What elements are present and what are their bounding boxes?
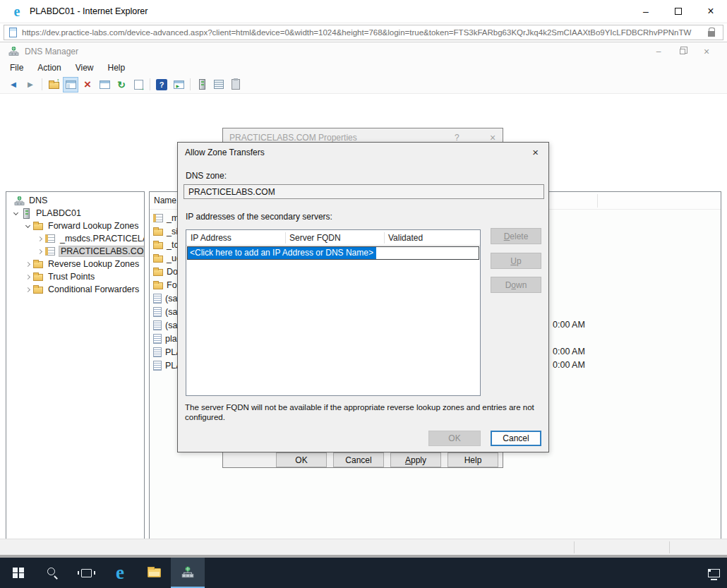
properties-apply-button[interactable]: Apply <box>390 452 441 467</box>
menu-action[interactable]: Action <box>30 60 68 76</box>
maximize-button[interactable] <box>662 0 695 23</box>
refresh-icon: ↻ <box>117 79 126 90</box>
window-title: PLABDC01 - Internet Explorer <box>30 6 148 16</box>
record-list-button[interactable] <box>211 77 227 92</box>
record-icon <box>153 347 162 357</box>
dns-minimize-button[interactable]: – <box>647 42 671 60</box>
dns-close-button[interactable]: × <box>695 42 719 60</box>
internet-explorer-icon <box>10 4 24 18</box>
tree-item-trust-points[interactable]: Trust Points <box>6 270 144 283</box>
minimize-button[interactable]: – <box>630 0 662 23</box>
taskbar-file-explorer[interactable] <box>137 558 171 588</box>
console-window-button[interactable] <box>171 77 186 92</box>
dns-manager-icon <box>181 566 194 578</box>
chevron-collapsed-icon[interactable] <box>35 250 44 253</box>
properties-ok-button[interactable]: OK <box>276 452 327 467</box>
server-icon <box>20 208 32 219</box>
show-console-tree-button[interactable] <box>63 77 78 92</box>
column-header-name[interactable]: Name <box>154 196 176 205</box>
delete-server-button[interactable]: Delete <box>491 228 541 244</box>
folder-icon <box>153 269 163 276</box>
chevron-expanded-icon[interactable] <box>23 225 32 227</box>
secondary-servers-label: IP addresses of the secondary servers: <box>186 212 332 222</box>
dialog-close-icon[interactable]: × <box>532 146 539 158</box>
console-window-icon <box>174 80 184 89</box>
properties-button[interactable] <box>97 77 112 92</box>
list-header: IP Address Server FQDN Validated <box>186 230 480 246</box>
help-button[interactable]: ? <box>154 77 169 92</box>
close-button[interactable]: × <box>695 0 727 23</box>
column-header-ip-address[interactable]: IP Address <box>191 233 232 243</box>
file-explorer-icon <box>148 568 161 577</box>
fqdn-note: The server FQDN will not be available if… <box>185 402 545 422</box>
tree-item-dns-root[interactable]: DNS <box>6 194 144 207</box>
add-ip-placeholder[interactable]: <Click here to add an IP Address or DNS … <box>188 247 376 259</box>
move-down-button[interactable]: Down <box>491 277 541 293</box>
chevron-collapsed-icon[interactable] <box>23 263 32 266</box>
add-ip-row[interactable]: <Click here to add an IP Address or DNS … <box>187 246 479 260</box>
chevron-collapsed-icon[interactable] <box>35 237 44 241</box>
menu-file[interactable]: File <box>3 60 30 76</box>
restore-icon <box>680 49 685 54</box>
taskbar-internet-explorer[interactable]: e <box>103 558 137 588</box>
search-button[interactable] <box>35 558 69 588</box>
move-up-button[interactable]: Up <box>491 253 541 269</box>
dns-manager-titlebar: DNS Manager – × <box>0 42 727 60</box>
tree-item-conditional-forwarders[interactable]: Conditional Forwarders <box>6 283 144 296</box>
secondary-servers-list[interactable]: IP Address Server FQDN Validated <Click … <box>186 229 481 396</box>
ok-button[interactable]: OK <box>428 431 481 446</box>
delete-x-icon: × <box>84 78 91 90</box>
server-tool-button[interactable] <box>194 77 210 92</box>
column-header-validated[interactable]: Validated <box>388 233 423 243</box>
tree-item-plabdc01[interactable]: PLABDC01 <box>6 207 144 220</box>
up-level-button[interactable] <box>46 77 61 92</box>
properties-help-button[interactable]: Help <box>447 452 498 467</box>
dns-network-icon <box>13 196 25 206</box>
chevron-collapsed-icon[interactable] <box>23 275 32 279</box>
tree-item-label: Reverse Lookup Zones <box>47 259 140 269</box>
tree-item-reverse-lookup-zones[interactable]: Reverse Lookup Zones <box>6 258 144 270</box>
chevron-expanded-icon[interactable] <box>11 212 20 215</box>
dialog-help-icon[interactable]: ? <box>455 133 459 143</box>
record-icon <box>153 307 162 317</box>
tree-item-practicelabs-zone[interactable]: PRACTICELABS.COM <box>6 245 144 258</box>
folder-icon <box>153 229 163 236</box>
menu-help[interactable]: Help <box>101 60 133 76</box>
zone-icon <box>44 234 56 243</box>
task-view-button[interactable] <box>69 558 103 588</box>
console-tree-icon <box>66 80 76 89</box>
chevron-collapsed-icon[interactable] <box>23 288 32 292</box>
tree-item-forward-lookup-zones[interactable]: Forward Lookup Zones <box>6 220 144 232</box>
help-icon: ? <box>156 79 167 90</box>
refresh-button[interactable]: ↻ <box>114 77 129 92</box>
folder-icon <box>32 222 44 230</box>
server-icon <box>199 79 205 90</box>
tree-item-label: Forward Lookup Zones <box>47 221 140 231</box>
record-icon <box>153 320 162 330</box>
export-list-button[interactable] <box>131 77 146 92</box>
allow-zone-transfers-dialog: Allow Zone Transfers × DNS zone: PRACTIC… <box>177 142 549 452</box>
dns-zone-field[interactable]: PRACTICELABS.COM <box>184 184 544 199</box>
lock-icon <box>708 31 715 37</box>
dns-restore-button[interactable] <box>671 42 695 60</box>
delete-button[interactable]: × <box>80 77 95 92</box>
toolbar: ◄ ► × ↻ ? <box>0 76 727 94</box>
folder-icon <box>153 256 163 263</box>
back-button[interactable]: ◄ <box>6 77 21 92</box>
properties-cancel-button[interactable]: Cancel <box>333 452 384 467</box>
folder-up-icon <box>49 82 59 89</box>
taskbar-dns-manager-active[interactable] <box>171 558 205 588</box>
network-icon[interactable] <box>708 569 720 577</box>
cancel-button[interactable]: Cancel <box>491 431 541 446</box>
address-bar[interactable]: https://dev.practice-labs.com/device-adv… <box>4 25 723 40</box>
url-text[interactable]: https://dev.practice-labs.com/device-adv… <box>22 28 703 37</box>
start-button[interactable] <box>1 558 35 588</box>
menu-view[interactable]: View <box>68 60 101 76</box>
tree-item-msdcs-zone[interactable]: _msdcs.PRACTICELA <box>6 232 144 245</box>
forward-button[interactable]: ► <box>23 77 38 92</box>
maximize-icon <box>675 8 682 15</box>
ie-titlebar: PLABDC01 - Internet Explorer – × <box>0 0 727 23</box>
paste-tool-button[interactable] <box>228 77 244 92</box>
internet-explorer-icon: e <box>116 562 124 584</box>
column-header-server-fqdn[interactable]: Server FQDN <box>289 233 341 243</box>
